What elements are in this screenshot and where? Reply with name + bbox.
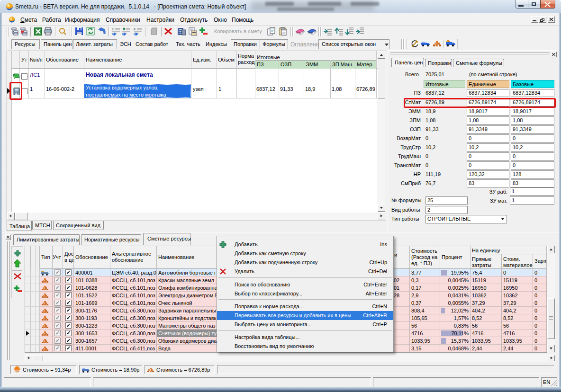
svg-text:К: К: [134, 27, 136, 31]
svg-text:С: С: [112, 27, 114, 31]
